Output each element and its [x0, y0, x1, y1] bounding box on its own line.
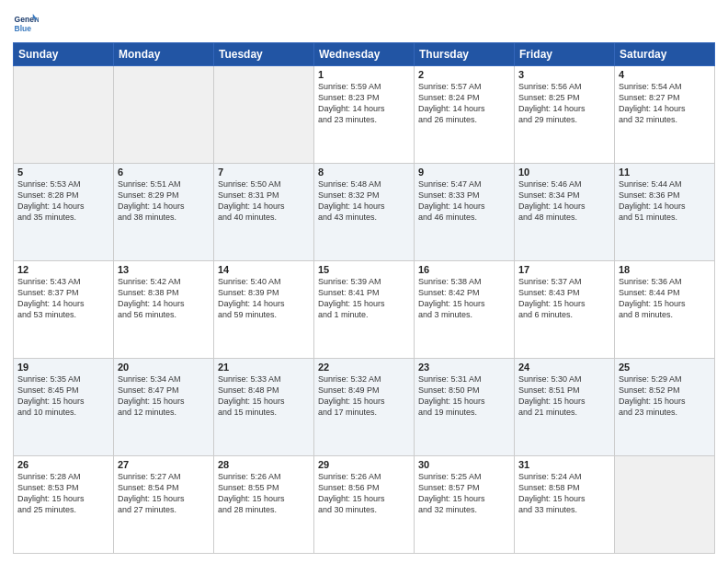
- logo-icon: General Blue: [13, 11, 39, 37]
- day-info: Sunrise: 5:36 AM Sunset: 8:44 PM Dayligh…: [619, 276, 711, 321]
- calendar-body: 1Sunrise: 5:59 AM Sunset: 8:23 PM Daylig…: [14, 66, 715, 554]
- day-cell: 13Sunrise: 5:42 AM Sunset: 8:38 PM Dayli…: [114, 261, 214, 359]
- day-info: Sunrise: 5:26 AM Sunset: 8:56 PM Dayligh…: [318, 471, 410, 516]
- day-cell: 6Sunrise: 5:51 AM Sunset: 8:29 PM Daylig…: [114, 164, 214, 261]
- day-number: 10: [518, 167, 610, 178]
- day-number: 16: [418, 264, 510, 275]
- day-number: 17: [518, 264, 610, 275]
- day-info: Sunrise: 5:31 AM Sunset: 8:50 PM Dayligh…: [418, 373, 510, 419]
- day-number: 23: [418, 362, 510, 373]
- day-info: Sunrise: 5:34 AM Sunset: 8:47 PM Dayligh…: [118, 373, 210, 419]
- day-header-tuesday: Tuesday: [214, 43, 314, 66]
- day-number: 28: [218, 459, 310, 470]
- week-row-0: 1Sunrise: 5:59 AM Sunset: 8:23 PM Daylig…: [14, 66, 715, 164]
- day-cell: 12Sunrise: 5:43 AM Sunset: 8:37 PM Dayli…: [14, 261, 114, 359]
- header: General Blue: [13, 11, 715, 37]
- day-info: Sunrise: 5:57 AM Sunset: 8:24 PM Dayligh…: [418, 81, 510, 126]
- day-number: 27: [118, 459, 210, 470]
- day-number: 6: [118, 167, 210, 178]
- day-info: Sunrise: 5:59 AM Sunset: 8:23 PM Dayligh…: [318, 81, 410, 126]
- day-cell: 11Sunrise: 5:44 AM Sunset: 8:36 PM Dayli…: [615, 164, 715, 261]
- day-info: Sunrise: 5:24 AM Sunset: 8:58 PM Dayligh…: [518, 471, 610, 516]
- day-info: Sunrise: 5:28 AM Sunset: 8:53 PM Dayligh…: [17, 471, 109, 516]
- day-info: Sunrise: 5:47 AM Sunset: 8:33 PM Dayligh…: [418, 178, 510, 224]
- day-cell: 16Sunrise: 5:38 AM Sunset: 8:42 PM Dayli…: [415, 261, 515, 359]
- logo: General Blue: [13, 11, 42, 37]
- day-number: 3: [518, 69, 610, 80]
- day-info: Sunrise: 5:26 AM Sunset: 8:55 PM Dayligh…: [218, 471, 310, 516]
- day-header-thursday: Thursday: [415, 43, 515, 66]
- day-info: Sunrise: 5:32 AM Sunset: 8:49 PM Dayligh…: [318, 373, 410, 419]
- day-cell: 29Sunrise: 5:26 AM Sunset: 8:56 PM Dayli…: [314, 456, 415, 554]
- week-row-2: 12Sunrise: 5:43 AM Sunset: 8:37 PM Dayli…: [14, 261, 715, 359]
- day-info: Sunrise: 5:42 AM Sunset: 8:38 PM Dayligh…: [118, 276, 210, 321]
- day-cell: 15Sunrise: 5:39 AM Sunset: 8:41 PM Dayli…: [314, 261, 415, 359]
- day-number: 5: [17, 167, 109, 178]
- day-cell: 3Sunrise: 5:56 AM Sunset: 8:25 PM Daylig…: [515, 66, 615, 164]
- day-header-sunday: Sunday: [14, 43, 114, 66]
- day-cell: 30Sunrise: 5:25 AM Sunset: 8:57 PM Dayli…: [415, 456, 515, 554]
- day-number: 30: [418, 459, 510, 470]
- day-header-monday: Monday: [114, 43, 214, 66]
- day-number: 29: [318, 459, 410, 470]
- week-row-3: 19Sunrise: 5:35 AM Sunset: 8:45 PM Dayli…: [14, 359, 715, 456]
- day-cell: 1Sunrise: 5:59 AM Sunset: 8:23 PM Daylig…: [314, 66, 415, 164]
- day-cell: 25Sunrise: 5:29 AM Sunset: 8:52 PM Dayli…: [615, 359, 715, 456]
- svg-text:Blue: Blue: [15, 24, 32, 33]
- day-info: Sunrise: 5:56 AM Sunset: 8:25 PM Dayligh…: [518, 81, 610, 126]
- day-number: 22: [318, 362, 410, 373]
- day-cell: 28Sunrise: 5:26 AM Sunset: 8:55 PM Dayli…: [214, 456, 314, 554]
- day-cell: 23Sunrise: 5:31 AM Sunset: 8:50 PM Dayli…: [415, 359, 515, 456]
- day-number: 31: [518, 459, 610, 470]
- day-cell: 9Sunrise: 5:47 AM Sunset: 8:33 PM Daylig…: [415, 164, 515, 261]
- day-info: Sunrise: 5:38 AM Sunset: 8:42 PM Dayligh…: [418, 276, 510, 321]
- day-info: Sunrise: 5:39 AM Sunset: 8:41 PM Dayligh…: [318, 276, 410, 321]
- day-cell: 21Sunrise: 5:33 AM Sunset: 8:48 PM Dayli…: [214, 359, 314, 456]
- day-cell: 27Sunrise: 5:27 AM Sunset: 8:54 PM Dayli…: [114, 456, 214, 554]
- day-cell: 24Sunrise: 5:30 AM Sunset: 8:51 PM Dayli…: [515, 359, 615, 456]
- day-cell: 26Sunrise: 5:28 AM Sunset: 8:53 PM Dayli…: [14, 456, 114, 554]
- day-cell: 7Sunrise: 5:50 AM Sunset: 8:31 PM Daylig…: [214, 164, 314, 261]
- day-number: 20: [118, 362, 210, 373]
- day-cell: 31Sunrise: 5:24 AM Sunset: 8:58 PM Dayli…: [515, 456, 615, 554]
- day-info: Sunrise: 5:46 AM Sunset: 8:34 PM Dayligh…: [518, 178, 610, 224]
- day-number: 14: [218, 264, 310, 275]
- day-number: 2: [418, 69, 510, 80]
- day-number: 11: [619, 167, 711, 178]
- day-cell: 2Sunrise: 5:57 AM Sunset: 8:24 PM Daylig…: [415, 66, 515, 164]
- calendar: SundayMondayTuesdayWednesdayThursdayFrid…: [13, 42, 715, 554]
- day-number: 21: [218, 362, 310, 373]
- day-cell: 17Sunrise: 5:37 AM Sunset: 8:43 PM Dayli…: [515, 261, 615, 359]
- day-info: Sunrise: 5:53 AM Sunset: 8:28 PM Dayligh…: [17, 178, 109, 224]
- week-row-1: 5Sunrise: 5:53 AM Sunset: 8:28 PM Daylig…: [14, 164, 715, 261]
- day-header-saturday: Saturday: [615, 43, 715, 66]
- day-info: Sunrise: 5:48 AM Sunset: 8:32 PM Dayligh…: [318, 178, 410, 224]
- day-cell: 19Sunrise: 5:35 AM Sunset: 8:45 PM Dayli…: [14, 359, 114, 456]
- day-info: Sunrise: 5:33 AM Sunset: 8:48 PM Dayligh…: [218, 373, 310, 419]
- day-cell: [615, 456, 715, 554]
- day-number: 8: [318, 167, 410, 178]
- day-info: Sunrise: 5:27 AM Sunset: 8:54 PM Dayligh…: [118, 471, 210, 516]
- day-info: Sunrise: 5:50 AM Sunset: 8:31 PM Dayligh…: [218, 178, 310, 224]
- day-info: Sunrise: 5:35 AM Sunset: 8:45 PM Dayligh…: [17, 373, 109, 419]
- day-info: Sunrise: 5:43 AM Sunset: 8:37 PM Dayligh…: [17, 276, 109, 321]
- week-row-4: 26Sunrise: 5:28 AM Sunset: 8:53 PM Dayli…: [14, 456, 715, 554]
- day-cell: [14, 66, 114, 164]
- day-info: Sunrise: 5:30 AM Sunset: 8:51 PM Dayligh…: [518, 373, 610, 419]
- day-info: Sunrise: 5:44 AM Sunset: 8:36 PM Dayligh…: [619, 178, 711, 224]
- day-number: 24: [518, 362, 610, 373]
- day-number: 15: [318, 264, 410, 275]
- day-number: 18: [619, 264, 711, 275]
- day-cell: 18Sunrise: 5:36 AM Sunset: 8:44 PM Dayli…: [615, 261, 715, 359]
- day-cell: [214, 66, 314, 164]
- day-cell: 4Sunrise: 5:54 AM Sunset: 8:27 PM Daylig…: [615, 66, 715, 164]
- day-number: 9: [418, 167, 510, 178]
- day-info: Sunrise: 5:37 AM Sunset: 8:43 PM Dayligh…: [518, 276, 610, 321]
- day-header-wednesday: Wednesday: [314, 43, 415, 66]
- day-number: 7: [218, 167, 310, 178]
- day-number: 26: [17, 459, 109, 470]
- day-number: 1: [318, 69, 410, 80]
- calendar-header-row: SundayMondayTuesdayWednesdayThursdayFrid…: [14, 43, 715, 66]
- day-cell: 14Sunrise: 5:40 AM Sunset: 8:39 PM Dayli…: [214, 261, 314, 359]
- day-cell: 8Sunrise: 5:48 AM Sunset: 8:32 PM Daylig…: [314, 164, 415, 261]
